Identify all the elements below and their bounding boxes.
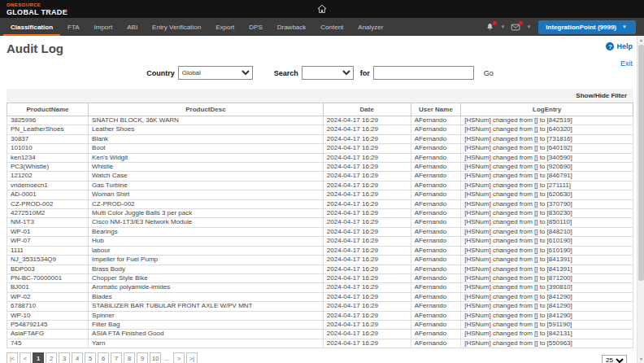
bell-caret-icon[interactable]: ▼ (500, 24, 505, 29)
cell-user-name: AFernando (411, 199, 461, 208)
main-nav-bar: ClassificationFTAImportABIEntry Verifica… (0, 18, 644, 36)
cell-product-desc: Filter Bag (89, 320, 324, 329)
cell-user-name: AFernando (411, 181, 461, 190)
scrollbar-up-arrow-icon[interactable]: ▲ (637, 36, 644, 44)
cell-log-entry: [HSNum] changed from [] to [841290] (461, 311, 633, 320)
country-label: Country (146, 69, 175, 77)
cell-product-name: WP-01 (7, 227, 89, 236)
cell-product-desc: STABILIZER BAR TUBULAR FRONT AXLE W/PV M… (89, 302, 324, 311)
table-row: NJ_3531534Q9Impeller for Fuel Pump2024-0… (7, 256, 633, 265)
cell-user-name: AFernando (411, 163, 461, 172)
user-caret-icon: ▼ (622, 24, 627, 29)
pagination-last-button[interactable]: >| (186, 352, 198, 363)
table-row: vndemoecn1Gas Turbine2024-04-17 16:29AFe… (7, 181, 633, 190)
nav-tab-import[interactable]: Import (87, 18, 120, 36)
vertical-scrollbar[interactable]: ▲ ▼ (637, 36, 644, 363)
cell-date: 2024-04-17 16:29 (323, 144, 411, 153)
exit-link[interactable]: Exit (620, 59, 633, 68)
table-row: PN_LeatherShoesLeather Shoes2024-04-17 1… (7, 125, 633, 134)
nav-tab-abi[interactable]: ABI (120, 18, 145, 36)
table-row: 101010Boot2024-04-17 16:29AFernando[HSNu… (7, 144, 633, 153)
cell-user-name: AFernando (411, 311, 461, 320)
nav-tab-dps[interactable]: DPS (242, 18, 269, 36)
cell-user-name: AFernando (411, 339, 461, 348)
user-account-button[interactable]: IntegrationPoint (9999) ▼ (538, 20, 636, 34)
cell-product-name: WP-02 (7, 292, 89, 301)
pagination-page-7[interactable]: 7 (111, 352, 122, 363)
home-icon[interactable] (316, 3, 328, 15)
cell-log-entry: [HSNum] changed from [] to [842131] (461, 330, 633, 339)
pagination-first-button[interactable]: |< (7, 352, 18, 363)
pagination-next-button[interactable]: > (173, 352, 185, 363)
page-title: Audit Log (7, 36, 633, 55)
nav-tab-export[interactable]: Export (208, 18, 242, 36)
cell-product-name: 4272510M2 (7, 209, 89, 218)
pagination-page-2[interactable]: 2 (46, 352, 57, 363)
pagination-prev-button[interactable]: < (20, 352, 31, 363)
country-select[interactable]: Global (178, 66, 253, 80)
cell-date: 2024-04-17 16:29 (323, 330, 411, 339)
search-field-select[interactable] (302, 66, 354, 80)
cell-product-desc: Yarn (89, 339, 324, 348)
nav-tab-drawback[interactable]: Drawback (270, 18, 314, 36)
cell-log-entry: [HSNum] changed from [] to [370790] (461, 199, 633, 208)
table-row: PC3(Whistle)Whistle2024-04-17 16:29AFern… (7, 163, 633, 172)
scrollbar-down-arrow-icon[interactable]: ▼ (637, 355, 644, 363)
cell-product-name: 6788710 (7, 302, 89, 311)
pagination-page-10[interactable]: 10 (150, 352, 161, 363)
cell-product-desc: Watch Case (89, 172, 324, 181)
cell-product-desc: Aromatic polyamide-imides (89, 283, 324, 292)
table-row: NM-1T3Cisco NM-1T3/E3 Network Module2024… (7, 218, 633, 227)
cell-user-name: AFernando (411, 292, 461, 301)
cell-date: 2024-04-17 16:29 (323, 199, 411, 208)
cell-product-name: BJ001 (7, 283, 89, 292)
scrollbar-thumb[interactable] (638, 45, 644, 281)
messages-envelope-icon[interactable] (509, 21, 522, 33)
go-button[interactable]: Go (484, 69, 494, 77)
nav-tab-classification[interactable]: Classification (3, 18, 60, 36)
pagination-page-9[interactable]: 9 (137, 352, 148, 363)
nav-tab-entry-verification[interactable]: Entry Verification (145, 18, 208, 36)
for-label: for (360, 69, 370, 77)
nav-tab-fta[interactable]: FTA (60, 18, 87, 36)
pagination-page-5[interactable]: 5 (85, 352, 96, 363)
nav-tab-analyzer[interactable]: Analyzer (350, 18, 390, 36)
table-row: 6788710STABILIZER BAR TUBULAR FRONT AXLE… (7, 302, 633, 311)
cell-product-desc: ASIA FTA Finished Good (89, 330, 324, 339)
nav-tab-content[interactable]: Content (313, 18, 350, 36)
cell-user-name: AFernando (411, 320, 461, 329)
cell-user-name: AFernando (411, 153, 461, 162)
cell-product-desc: Multi Color Juggle Balls 3 per pack (89, 209, 324, 218)
cell-product-desc: CZ-PROD-002 (89, 199, 324, 208)
page-size-wrap: 25 (602, 351, 627, 363)
cell-log-entry: [HSNum] changed from [] to [640320] (461, 125, 633, 134)
cell-date: 2024-04-17 16:29 (323, 246, 411, 255)
cell-date: 2024-04-17 16:29 (323, 265, 411, 273)
help-link[interactable]: ? Help (606, 42, 633, 50)
brand-logo: ONESOURCE GLOBAL TRADE (7, 2, 67, 16)
table-row: 3825996SNATCH BLOCK, 36K WARN2024-04-17 … (7, 116, 633, 125)
envelope-caret-icon[interactable]: ▼ (526, 24, 531, 29)
show-hide-filter-link[interactable]: Show/Hide Filter (576, 92, 627, 99)
cell-log-entry: [HSNum] changed from [] to [550963] (461, 339, 633, 348)
cell-product-name: 101010 (7, 144, 89, 153)
table-row: 4272510M2Multi Color Juggle Balls 3 per … (7, 209, 633, 218)
top-app-bar: ONESOURCE GLOBAL TRADE (0, 0, 644, 18)
search-term-input[interactable] (373, 66, 474, 80)
cell-user-name: AFernando (411, 134, 461, 143)
pagination-page-3[interactable]: 3 (59, 352, 70, 363)
cell-log-entry: [HSNum] changed from [] to [620630] (461, 190, 633, 199)
help-question-icon: ? (606, 42, 614, 50)
notifications-bell-icon[interactable] (484, 21, 496, 33)
pagination-page-1[interactable]: 1 (33, 352, 44, 363)
table-row: WP-10Spinner2024-04-17 16:29AFernando[HS… (7, 311, 633, 320)
pagination-page-8[interactable]: 8 (124, 352, 135, 363)
cell-product-name: NM-1T3 (7, 218, 89, 227)
pagination-ellipsis: ... (163, 355, 172, 362)
page-size-select[interactable]: 25 (602, 355, 627, 363)
cell-product-name: 30837 (7, 134, 89, 143)
pagination-page-6[interactable]: 6 (98, 352, 109, 363)
cell-product-desc: Spinner (89, 311, 324, 320)
cell-date: 2024-04-17 16:29 (323, 172, 411, 181)
pagination-page-4[interactable]: 4 (72, 352, 83, 363)
